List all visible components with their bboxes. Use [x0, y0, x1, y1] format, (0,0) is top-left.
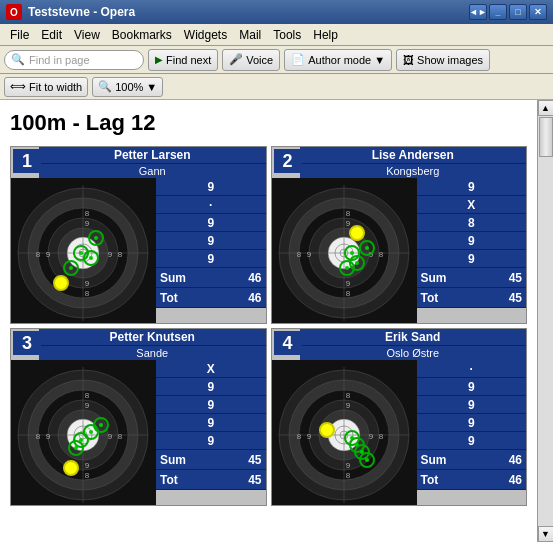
find-next-label: Find next	[166, 54, 211, 66]
score-value-2: 9	[417, 398, 527, 412]
score-row-0: ·	[417, 360, 527, 378]
tot-value-4: 46	[496, 473, 526, 487]
scroll-down-arrow[interactable]: ▼	[538, 526, 554, 542]
score-value-1: ·	[156, 198, 266, 212]
svg-point-103	[320, 423, 334, 437]
svg-point-76	[99, 423, 103, 427]
menu-help[interactable]: Help	[307, 26, 344, 44]
svg-text:9: 9	[85, 219, 90, 228]
tot-label-2: Tot	[417, 291, 497, 305]
score-value-2: 9	[156, 398, 266, 412]
scores-panel-1: 9·999Sum46Tot46	[156, 178, 266, 308]
svg-point-47	[350, 226, 364, 240]
fit-to-width-button[interactable]: ⟺ Fit to width	[4, 77, 88, 97]
score-row-3: 9	[156, 232, 266, 250]
menu-bar: File Edit View Bookmarks Widgets Mail To…	[0, 24, 553, 46]
svg-text:8: 8	[296, 432, 301, 441]
menu-bookmarks[interactable]: Bookmarks	[106, 26, 178, 44]
score-value-3: 9	[417, 416, 527, 430]
sum-row-1: Sum46	[156, 268, 266, 288]
svg-point-55	[345, 266, 349, 270]
author-mode-label: Author mode	[308, 54, 371, 66]
shooters-grid: 1Petter LarsenGann898989899·999Sum46Tot4…	[10, 146, 527, 506]
svg-text:9: 9	[306, 432, 311, 441]
score-row-2: 9	[156, 396, 266, 414]
zoom-control[interactable]: 🔍 100% ▼	[92, 77, 163, 97]
show-images-button[interactable]: 🖼 Show images	[396, 49, 490, 71]
score-row-0: 9	[156, 178, 266, 196]
score-row-4: 9	[417, 250, 527, 268]
sum-row-4: Sum46	[417, 450, 527, 470]
svg-text:8: 8	[36, 432, 41, 441]
svg-text:9: 9	[306, 250, 311, 259]
menu-widgets[interactable]: Widgets	[178, 26, 233, 44]
score-row-4: 9	[156, 250, 266, 268]
maximize-btn[interactable]: □	[509, 4, 527, 20]
sum-row-2: Sum45	[417, 268, 527, 288]
shooter-number-3: 3	[13, 331, 41, 355]
toolbar2: ⟺ Fit to width 🔍 100% ▼	[0, 74, 553, 100]
image-icon: 🖼	[403, 54, 414, 66]
score-row-4: 9	[156, 432, 266, 450]
svg-text:8: 8	[36, 250, 41, 259]
score-value-4: 9	[156, 434, 266, 448]
author-mode-button[interactable]: 📄 Author mode ▼	[284, 49, 392, 71]
sum-row-3: Sum45	[156, 450, 266, 470]
svg-text:9: 9	[85, 401, 90, 410]
svg-text:8: 8	[345, 289, 350, 298]
window-title: Teststevne - Opera	[28, 5, 469, 19]
close-btn[interactable]: ✕	[529, 4, 547, 20]
tot-row-3: Tot45	[156, 470, 266, 490]
sum-label-4: Sum	[417, 453, 497, 467]
scrollbar[interactable]: ▲ ▼	[537, 100, 553, 542]
svg-point-51	[350, 251, 354, 255]
score-row-2: 9	[156, 214, 266, 232]
zoom-dropdown-icon: ▼	[146, 81, 157, 93]
svg-point-22	[79, 251, 83, 255]
menu-view[interactable]: View	[68, 26, 106, 44]
score-row-1: ·	[156, 196, 266, 214]
tot-value-1: 46	[236, 291, 266, 305]
app-icon: O	[6, 4, 22, 20]
svg-text:9: 9	[85, 461, 90, 470]
search-icon: 🔍	[11, 53, 25, 66]
sum-value-3: 45	[236, 453, 266, 467]
menu-tools[interactable]: Tools	[267, 26, 307, 44]
window-controls[interactable]: ◄► _ □ ✕	[469, 4, 547, 20]
svg-text:8: 8	[378, 250, 383, 259]
shooter-number-2: 2	[274, 149, 302, 173]
scroll-up-arrow[interactable]: ▲	[538, 100, 554, 116]
minimize-btn[interactable]: _	[489, 4, 507, 20]
restore-btn[interactable]: ◄►	[469, 4, 487, 20]
svg-text:8: 8	[85, 391, 90, 400]
menu-file[interactable]: File	[4, 26, 35, 44]
target-4: 89898989	[272, 360, 417, 505]
svg-text:8: 8	[345, 391, 350, 400]
menu-mail[interactable]: Mail	[233, 26, 267, 44]
score-value-1: X	[417, 198, 527, 212]
shooter-body-4: 89898989·9999Sum46Tot46	[272, 360, 527, 505]
find-in-page-box[interactable]: 🔍 Find in page	[4, 50, 144, 70]
menu-edit[interactable]: Edit	[35, 26, 68, 44]
page-content: 100m - Lag 12 1Petter LarsenGann89898989…	[0, 100, 537, 542]
svg-point-111	[365, 458, 369, 462]
tot-row-4: Tot46	[417, 470, 527, 490]
score-value-0: X	[156, 362, 266, 376]
find-next-button[interactable]: ▶ Find next	[148, 49, 218, 71]
score-value-3: 9	[417, 234, 527, 248]
zoom-icon: 🔍	[98, 80, 112, 93]
score-row-3: 9	[156, 414, 266, 432]
tot-label-4: Tot	[417, 473, 497, 487]
sum-label-2: Sum	[417, 271, 497, 285]
tot-row-2: Tot45	[417, 288, 527, 308]
toolbar: 🔍 Find in page ▶ Find next 🎤 Voice 📄 Aut…	[0, 46, 553, 74]
scroll-thumb[interactable]	[539, 117, 553, 157]
shooter-club-4: Oslo Østre	[300, 346, 527, 360]
voice-button[interactable]: 🎤 Voice	[222, 49, 280, 71]
svg-point-27	[54, 276, 68, 290]
score-value-0: 9	[417, 180, 527, 194]
shooter-name-3: Petter Knutsen	[39, 329, 266, 346]
sum-label-3: Sum	[156, 453, 236, 467]
svg-point-26	[69, 266, 73, 270]
shooter-number-4: 4	[274, 331, 302, 355]
